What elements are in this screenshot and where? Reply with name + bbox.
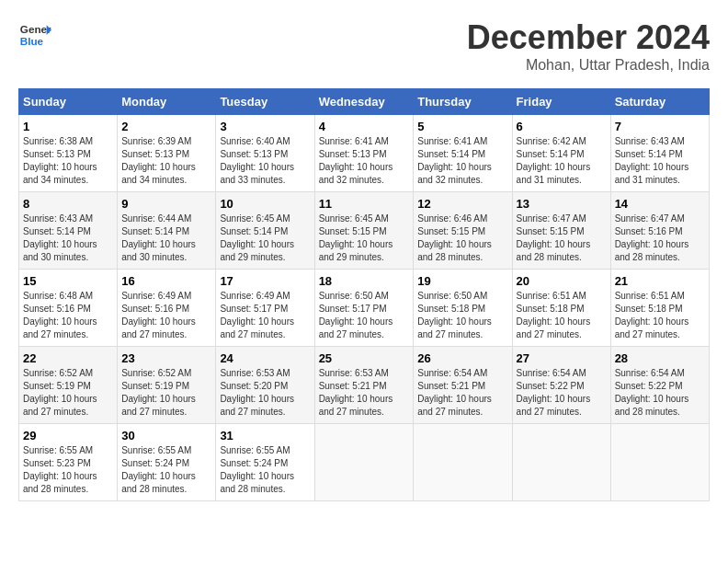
sunrise-text: Sunrise: 6:44 AM (121, 213, 191, 224)
sunrise-text: Sunrise: 6:41 AM (319, 136, 389, 146)
sunrise-text: Sunrise: 6:51 AM (517, 291, 586, 301)
calendar-cell (414, 424, 512, 501)
calendar-cell: 27 Sunrise: 6:54 AM Sunset: 5:22 PM Dayl… (512, 347, 610, 424)
location-title: Mohan, Uttar Pradesh, India (467, 57, 710, 74)
daylight-text: Daylight: 10 hours and 27 minutes. (417, 316, 492, 339)
calendar-cell: 9 Sunrise: 6:44 AM Sunset: 5:14 PM Dayli… (118, 192, 216, 270)
daylight-text: Daylight: 10 hours and 34 minutes. (121, 162, 196, 185)
calendar-cell: 2 Sunrise: 6:39 AM Sunset: 5:13 PM Dayli… (118, 115, 216, 192)
calendar-cell (610, 424, 709, 501)
day-number: 21 (615, 274, 705, 288)
header-tuesday: Tuesday (216, 89, 314, 115)
sunset-text: Sunset: 5:14 PM (517, 149, 585, 159)
sunset-text: Sunset: 5:18 PM (615, 304, 683, 314)
logo-icon: General Blue (18, 18, 51, 52)
calendar-cell: 6 Sunrise: 6:42 AM Sunset: 5:14 PM Dayli… (512, 115, 610, 192)
sunset-text: Sunset: 5:24 PM (121, 458, 189, 468)
sunrise-text: Sunrise: 6:49 AM (121, 291, 191, 301)
day-number: 23 (121, 351, 211, 365)
calendar-cell: 24 Sunrise: 6:53 AM Sunset: 5:20 PM Dayl… (216, 347, 314, 424)
sunset-text: Sunset: 5:13 PM (220, 149, 288, 159)
day-number: 1 (23, 120, 113, 133)
calendar-cell: 14 Sunrise: 6:47 AM Sunset: 5:16 PM Dayl… (610, 192, 709, 270)
calendar-cell: 21 Sunrise: 6:51 AM Sunset: 5:18 PM Dayl… (610, 270, 709, 347)
calendar-cell: 22 Sunrise: 6:52 AM Sunset: 5:19 PM Dayl… (19, 347, 118, 424)
day-number: 9 (121, 197, 211, 211)
sunset-text: Sunset: 5:19 PM (23, 381, 91, 391)
sunrise-text: Sunrise: 6:54 AM (417, 368, 487, 378)
daylight-text: Daylight: 10 hours and 28 minutes. (417, 239, 492, 262)
day-number: 2 (121, 120, 211, 133)
daylight-text: Daylight: 10 hours and 27 minutes. (319, 316, 393, 339)
calendar-cell: 8 Sunrise: 6:43 AM Sunset: 5:14 PM Dayli… (19, 192, 118, 270)
sunrise-text: Sunrise: 6:53 AM (319, 368, 389, 378)
calendar-cell: 25 Sunrise: 6:53 AM Sunset: 5:21 PM Dayl… (314, 347, 414, 424)
sunset-text: Sunset: 5:14 PM (23, 226, 91, 236)
day-number: 31 (220, 429, 310, 442)
day-number: 14 (615, 197, 705, 211)
sunset-text: Sunset: 5:16 PM (615, 226, 683, 236)
day-number: 27 (517, 351, 607, 365)
day-number: 18 (319, 274, 410, 288)
day-number: 7 (615, 120, 705, 133)
calendar-cell: 18 Sunrise: 6:50 AM Sunset: 5:17 PM Dayl… (314, 270, 414, 347)
day-number: 22 (23, 351, 113, 365)
month-title: December 2024 (467, 18, 710, 57)
daylight-text: Daylight: 10 hours and 30 minutes. (121, 239, 196, 262)
day-number: 10 (220, 197, 310, 211)
sunrise-text: Sunrise: 6:38 AM (23, 136, 93, 146)
calendar-cell: 28 Sunrise: 6:54 AM Sunset: 5:22 PM Dayl… (610, 347, 709, 424)
calendar-cell: 5 Sunrise: 6:41 AM Sunset: 5:14 PM Dayli… (414, 115, 512, 192)
calendar-cell (314, 424, 414, 501)
daylight-text: Daylight: 10 hours and 31 minutes. (615, 162, 689, 185)
daylight-text: Daylight: 10 hours and 31 minutes. (517, 162, 591, 185)
sunset-text: Sunset: 5:20 PM (220, 381, 288, 391)
sunrise-text: Sunrise: 6:43 AM (615, 136, 685, 146)
svg-text:Blue: Blue (20, 35, 44, 47)
sunset-text: Sunset: 5:22 PM (517, 381, 585, 391)
sunrise-text: Sunrise: 6:50 AM (319, 291, 389, 301)
sunrise-text: Sunrise: 6:42 AM (517, 136, 586, 146)
sunrise-text: Sunrise: 6:54 AM (615, 368, 685, 378)
daylight-text: Daylight: 10 hours and 34 minutes. (23, 162, 97, 185)
sunrise-text: Sunrise: 6:55 AM (23, 445, 93, 455)
header-wednesday: Wednesday (314, 89, 414, 115)
sunset-text: Sunset: 5:24 PM (220, 458, 288, 468)
calendar-week-4: 22 Sunrise: 6:52 AM Sunset: 5:19 PM Dayl… (19, 347, 710, 424)
day-number: 8 (23, 197, 113, 211)
daylight-text: Daylight: 10 hours and 32 minutes. (417, 162, 492, 185)
logo: General Blue (18, 18, 51, 52)
daylight-text: Daylight: 10 hours and 28 minutes. (517, 239, 591, 262)
sunset-text: Sunset: 5:18 PM (417, 304, 485, 314)
sunrise-text: Sunrise: 6:50 AM (417, 291, 487, 301)
day-number: 16 (121, 274, 211, 288)
sunrise-text: Sunrise: 6:48 AM (23, 291, 93, 301)
sunset-text: Sunset: 5:13 PM (121, 149, 189, 159)
daylight-text: Daylight: 10 hours and 28 minutes. (615, 394, 689, 417)
sunrise-text: Sunrise: 6:47 AM (615, 213, 685, 224)
sunset-text: Sunset: 5:15 PM (517, 226, 585, 236)
calendar-week-5: 29 Sunrise: 6:55 AM Sunset: 5:23 PM Dayl… (19, 424, 710, 501)
daylight-text: Daylight: 10 hours and 27 minutes. (517, 394, 591, 417)
sunset-text: Sunset: 5:21 PM (417, 381, 485, 391)
header-sunday: Sunday (19, 89, 118, 115)
sunset-text: Sunset: 5:19 PM (121, 381, 189, 391)
daylight-text: Daylight: 10 hours and 27 minutes. (517, 316, 591, 339)
calendar-cell: 3 Sunrise: 6:40 AM Sunset: 5:13 PM Dayli… (216, 115, 314, 192)
daylight-text: Daylight: 10 hours and 32 minutes. (319, 162, 393, 185)
daylight-text: Daylight: 10 hours and 27 minutes. (121, 394, 196, 417)
sunset-text: Sunset: 5:13 PM (319, 149, 387, 159)
header-thursday: Thursday (414, 89, 512, 115)
sunset-text: Sunset: 5:23 PM (23, 458, 91, 468)
calendar-cell: 15 Sunrise: 6:48 AM Sunset: 5:16 PM Dayl… (19, 270, 118, 347)
day-number: 17 (220, 274, 310, 288)
sunset-text: Sunset: 5:16 PM (23, 304, 91, 314)
calendar-cell: 11 Sunrise: 6:45 AM Sunset: 5:15 PM Dayl… (314, 192, 414, 270)
header-row: Sunday Monday Tuesday Wednesday Thursday… (19, 89, 710, 115)
daylight-text: Daylight: 10 hours and 27 minutes. (615, 316, 689, 339)
sunrise-text: Sunrise: 6:52 AM (23, 368, 93, 378)
daylight-text: Daylight: 10 hours and 27 minutes. (121, 316, 196, 339)
calendar-cell: 1 Sunrise: 6:38 AM Sunset: 5:13 PM Dayli… (19, 115, 118, 192)
day-number: 28 (615, 351, 705, 365)
sunset-text: Sunset: 5:14 PM (417, 149, 485, 159)
